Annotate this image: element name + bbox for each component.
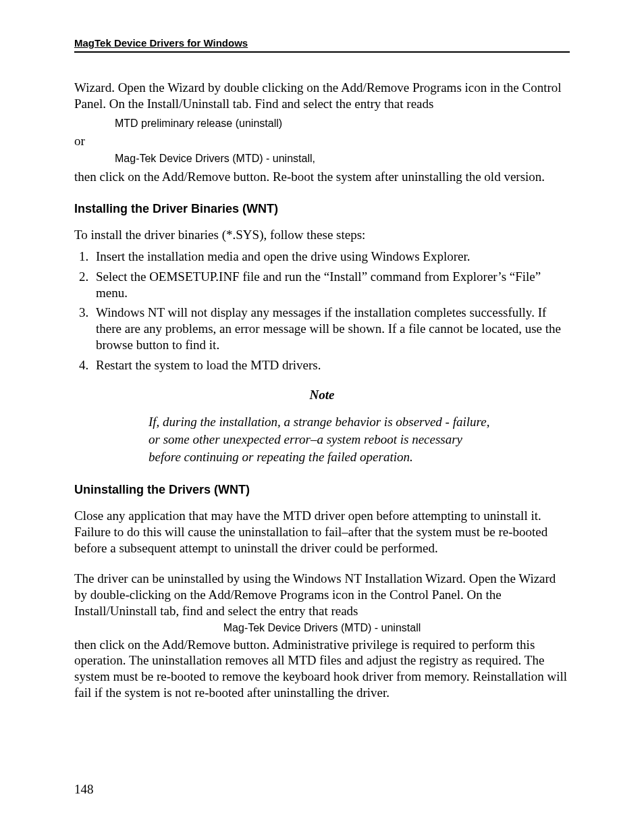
heading-uninstalling: Uninstalling the Drivers (WNT) [74, 483, 570, 497]
install-step: Insert the installation media and open t… [92, 249, 570, 265]
install-step: Restart the system to load the MTD drive… [92, 357, 570, 373]
code-line-uninstall-entry: Mag-Tek Device Drivers (MTD) - uninstall [74, 622, 570, 634]
note-title: Note [74, 388, 570, 402]
heading-installing-binaries: Installing the Driver Binaries (WNT) [74, 202, 570, 216]
install-step: Select the OEMSETUP.INF file and run the… [92, 269, 570, 301]
or-text: or [74, 134, 570, 149]
code-line-mtd-preliminary: MTD preliminary release (uninstall) [115, 118, 570, 130]
install-intro: To install the driver binaries (*.SYS), … [74, 227, 570, 243]
document-page: MagTek Device Drivers for Windows Wizard… [0, 0, 644, 834]
running-header: MagTek Device Drivers for Windows [74, 37, 570, 51]
uninstall-paragraph-2: The driver can be uninstalled by using t… [74, 571, 570, 619]
intro-paragraph-1: Wizard. Open the Wizard by double clicki… [74, 80, 570, 112]
uninstall-paragraph-3: then click on the Add/Remove button. Adm… [74, 637, 570, 701]
intro-paragraph-2: then click on the Add/Remove button. Re-… [74, 169, 570, 185]
code-line-magtek-uninstall: Mag-Tek Device Drivers (MTD) - uninstall… [115, 153, 570, 165]
install-steps-list: Insert the installation media and open t… [74, 249, 570, 373]
page-number: 148 [74, 782, 94, 797]
uninstall-paragraph-1: Close any application that may have the … [74, 508, 570, 556]
header-rule [74, 51, 570, 53]
install-step: Windows NT will not display any messages… [92, 305, 570, 353]
note-body: If, during the installation, a strange b… [149, 413, 495, 465]
